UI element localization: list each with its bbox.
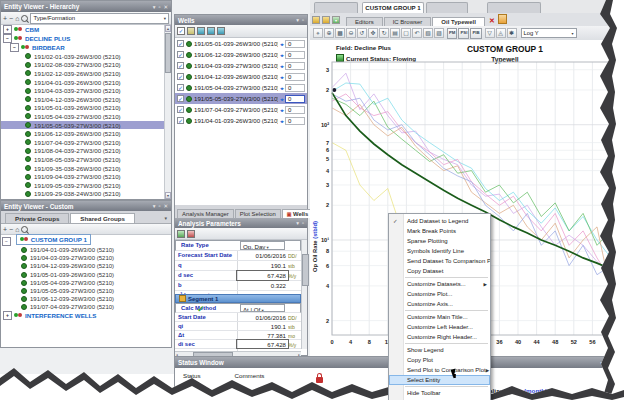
check-all-icon[interactable]: ✓ (177, 27, 185, 35)
panel-close-icon[interactable]: ✕ (163, 4, 168, 10)
menu-item[interactable]: Hide Toolbar (389, 388, 490, 398)
checkbox-checked-icon[interactable]: ✓ (177, 73, 184, 80)
favorite-icon-1[interactable] (312, 16, 320, 24)
scroll-down-icon[interactable]: ▼ (165, 192, 171, 199)
menu-item[interactable]: Symbols Identify Line (389, 246, 490, 256)
well-row[interactable]: ✓ 191/04-12-039-26W3/00 (5210) ◂▸ 0 (175, 71, 307, 82)
menu-item[interactable]: Copy Dataset (389, 266, 490, 276)
scroll-thumb[interactable] (302, 254, 309, 286)
tree-group-birdbear[interactable]: − BIRDBEAR (1, 43, 164, 52)
toolbar-icon[interactable]: ↻ (379, 28, 389, 38)
toolbar-icon[interactable]: ⌖ (313, 28, 323, 38)
param-row[interactable]: q 190.1 stb (175, 261, 301, 271)
toolbar-icon[interactable]: ▤ (390, 28, 400, 38)
param-row[interactable]: d sec 67.428 %/y (175, 271, 301, 281)
remove-icon[interactable]: − (9, 15, 13, 22)
tree-well-item[interactable]: 191/05-01-039-26W3/00 (5210) (1, 270, 171, 278)
checkbox-checked-icon[interactable]: ✓ (177, 106, 184, 113)
tree-well-item[interactable]: 191/08-04-039-27W3/00 (5210) (1, 147, 164, 156)
well-row[interactable]: ✓ 191/04-01-039-26W3/00 (5210) ◂▸ 0 (175, 115, 307, 126)
window-tab-inactive-3[interactable] (487, 2, 541, 13)
segment-header[interactable]: Segment 1 (175, 294, 301, 303)
tree-well-item[interactable]: 191/09-35-038-26W3/00 (5210) (1, 164, 164, 173)
toolbar-icon[interactable]: ▢ (401, 28, 411, 38)
toolbar-icon[interactable]: ◬ (496, 28, 506, 38)
param-value-field[interactable]: 0.322 (237, 281, 288, 290)
expand-icon[interactable]: + (3, 25, 12, 34)
param-value-field[interactable]: 67.428 (237, 271, 288, 280)
tree-well-item[interactable]: 191/04-12-039-26W3/00 (5210) (1, 262, 171, 270)
custom-group-row[interactable]: − CUSTOM GROUP 1 (1, 234, 171, 246)
preset-button[interactable]: PM (447, 28, 457, 39)
hierarchy-filter-select[interactable]: Type/Formation ▾ (30, 13, 169, 24)
add-icon[interactable]: + (3, 226, 7, 233)
param-row[interactable]: Calc Method Δt | Qf (175, 303, 301, 313)
checkbox-checked-icon[interactable]: ✓ (177, 51, 184, 58)
favorite-icon-2[interactable] (322, 16, 330, 24)
well-count-field[interactable]: 0 (285, 117, 305, 125)
dataset-nav-icons[interactable]: ◂▸ (280, 63, 283, 69)
param-value-field[interactable]: Δt | Qf (240, 304, 285, 312)
dataset-nav-icons[interactable]: ◂▸ (280, 96, 283, 102)
well-row[interactable]: ✓ 191/05-05-039-27W3/00 (5210) ◂▸ 0 (175, 93, 307, 104)
home-icon[interactable]: ⌂ (15, 226, 19, 233)
tree-well-item[interactable]: 191/04-12-039-26W3/00 (5210) (1, 95, 164, 104)
menu-item[interactable]: Customize Axis... (389, 299, 490, 309)
param-row[interactable]: Δt 77.381 mo (175, 331, 301, 340)
well-count-field[interactable]: 0 (285, 40, 305, 48)
param-value-field[interactable]: 01/06/2016 (237, 313, 288, 321)
checkbox-checked-icon[interactable]: ✓ (177, 40, 184, 47)
menu-item[interactable]: Customize Datasets... ▶ (389, 279, 490, 289)
window-tab-inactive-1[interactable] (314, 2, 358, 13)
menu-item[interactable] (405, 386, 488, 387)
chevron-down-icon[interactable]: ▾ (164, 215, 167, 223)
tree-well-item[interactable]: 191/06-12-039-26W3/00 (5210) (1, 129, 164, 138)
hierarchy-scrollbar[interactable]: ▲ ▼ (164, 25, 171, 199)
tree-well-item[interactable]: 191/04-01-039-26W3/00 (5210) (1, 246, 171, 254)
green-caret-icon[interactable]: ▾ (332, 16, 340, 24)
tree-well-item[interactable]: 191/02-01-039-26W3/00 (5210) (1, 52, 164, 61)
sort-icon[interactable] (187, 27, 195, 35)
window-tab-custom-group[interactable]: CUSTOM GROUP 1 (362, 2, 424, 13)
menu-item[interactable]: Select Entity (389, 375, 490, 385)
param-value-field[interactable]: 77.381 (237, 331, 288, 339)
panel-caret-icon[interactable]: ▾ (296, 220, 299, 226)
well-count-field[interactable]: 0 (285, 95, 305, 103)
custom-group-box[interactable]: CUSTOM GROUP 1 (16, 234, 91, 245)
menu-item[interactable] (405, 277, 488, 278)
tree-well-item[interactable]: 191/05-05-039-27W3/00 (5210) (1, 287, 171, 295)
tree-group-interference-wells[interactable]: + INTERFERENCE WELLS (1, 311, 171, 320)
dataset-nav-icons[interactable]: ◂▸ (280, 74, 283, 80)
tree-well-item[interactable]: 191/09-05-039-27W3/00 (5210) (1, 181, 164, 190)
middle-tab[interactable]: Plot Selection (235, 209, 281, 218)
close-tab-icon[interactable]: ✕ (486, 17, 497, 26)
wells-view-icon-1[interactable] (197, 27, 205, 35)
tree-well-item[interactable]: 191/04-03-039-27W3/00 (5210) (1, 86, 164, 95)
tree-well-item[interactable]: 191/05-01-039-26W3/00 (5210) (1, 104, 164, 113)
menu-item[interactable] (405, 310, 488, 311)
add-analysis-icon[interactable] (177, 230, 185, 238)
checkbox-checked-icon[interactable]: ✓ (177, 95, 184, 102)
middle-tab[interactable]: Wells (282, 209, 313, 218)
panel-close-icon[interactable]: ✕ (163, 203, 168, 209)
scale-selector[interactable]: Log Y ▾ (521, 28, 577, 38)
menu-item[interactable]: Customize Plot... (389, 289, 490, 299)
scroll-up-icon[interactable]: ▲ (165, 25, 171, 32)
tree-well-item[interactable]: 191/02-12-039-26W3/00 (5210) (1, 69, 164, 78)
scroll-thumb[interactable] (165, 33, 171, 73)
panel-pin-icon[interactable]: ▫ (302, 17, 304, 23)
param-value-field[interactable]: Op. Day (240, 241, 285, 250)
panel-pin-icon[interactable]: ▫ (302, 220, 304, 226)
tree-well-item[interactable]: 191/05-04-039-27W3/00 (5210) (1, 279, 171, 287)
toolbar-icon[interactable]: ↺ (357, 28, 367, 38)
toolbar-icon[interactable]: ⊕ (324, 28, 334, 38)
param-value-field[interactable]: 190.1 (237, 261, 288, 270)
tree-well-item[interactable]: 191/04-01-039-26W3/00 (5210) (1, 78, 164, 87)
preset-button[interactable]: PSI (458, 28, 469, 39)
checkbox-checked-icon[interactable]: ✓ (177, 84, 184, 91)
param-value-field[interactable]: 67.428 (237, 340, 288, 348)
search-icon[interactable] (21, 15, 28, 22)
menu-item[interactable]: Send Plot to Comparison Plot ▶ (389, 365, 490, 375)
dataset-nav-icons[interactable]: ◂▸ (280, 52, 283, 58)
param-value-field[interactable]: 01/06/2016 (237, 251, 288, 260)
